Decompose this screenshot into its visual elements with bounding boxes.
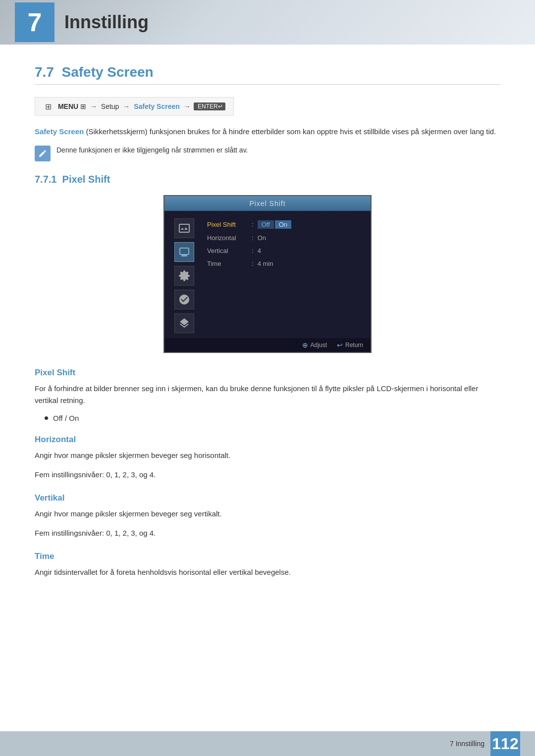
horizontal-line1: Angir hvor mange piksler skjermen bevege… <box>35 450 500 461</box>
note-icon <box>35 146 51 161</box>
sidebar-icon-settings[interactable] <box>174 266 194 286</box>
time-description: Angir tidsintervallet for å foreta henho… <box>35 566 500 578</box>
intro-paragraph: Safety Screen (Sikkerhetsskjerm) funksjo… <box>35 126 500 138</box>
safety-screen-label: Safety Screen <box>132 102 181 110</box>
note-box: Denne funksjonen er ikke tilgjengelig nå… <box>35 145 500 161</box>
grid-icon: ⊞ <box>78 102 88 110</box>
adjust-label: Adjust <box>311 342 327 349</box>
return-label: Return <box>345 342 363 349</box>
osd-return-button[interactable]: ↩ Return <box>337 341 363 349</box>
vertical-title: Vertikal <box>35 493 500 503</box>
osd-footer: ⊕ Adjust ↩ Return <box>164 338 371 352</box>
vertical-line2: Fem instillingsnivåer: 0, 1, 2, 3, og 4. <box>35 527 500 539</box>
note-text: Denne funksjonen er ikke tilgjengelig nå… <box>56 145 248 155</box>
arrow2: → <box>123 102 130 110</box>
horizontal-title: Horizontal <box>35 435 500 445</box>
sidebar-icon-monitor[interactable] <box>174 242 194 262</box>
osd-item-horizontal[interactable]: Horizontal : On <box>204 232 361 244</box>
pixel-shift-description: Pixel Shift For å forhindre at bilder br… <box>35 368 500 422</box>
osd-container: Pixel Shift <box>163 195 372 353</box>
osd-body: Pixel Shift : Off On Horizontal : On Ver… <box>164 211 371 338</box>
pixel-shift-title: Pixel Shift <box>35 368 500 378</box>
osd-adjust-button[interactable]: ⊕ Adjust <box>302 341 327 349</box>
enter-label: ENTER↵ <box>194 102 225 110</box>
sidebar-icon-picture[interactable] <box>174 218 194 238</box>
osd-item-pixel-shift[interactable]: Pixel Shift : Off On <box>204 218 361 231</box>
sidebar-icon-layers[interactable] <box>174 313 194 333</box>
section-heading: 7.7 Safety Screen <box>35 64 500 85</box>
return-icon: ↩ <box>337 341 343 349</box>
pixel-shift-bullet-text: Off / On <box>53 414 79 422</box>
pencil-icon <box>38 149 47 158</box>
vertical-section: Vertikal Angir hvor mange piksler skjerm… <box>35 493 500 539</box>
pixel-shift-off-value: Off <box>258 220 274 229</box>
osd-item-vertical[interactable]: Vertical : 4 <box>204 245 361 256</box>
chapter-title: Innstilling <box>64 12 149 33</box>
page-footer: 7 Innstilling 112 <box>0 731 535 756</box>
time-title: Time <box>35 552 500 561</box>
arrow3: → <box>184 102 191 110</box>
setup-label: Setup <box>99 102 121 110</box>
osd-title-bar: Pixel Shift <box>164 196 371 211</box>
pixel-shift-body: For å forhindre at bilder brenner seg in… <box>35 383 500 406</box>
time-section: Time Angir tidsintervallet for å foreta … <box>35 552 500 578</box>
sidebar-icon-advanced[interactable] <box>174 290 194 309</box>
adjust-icon: ⊕ <box>302 341 308 349</box>
pixel-shift-bullet: Off / On <box>45 414 500 422</box>
menu-label: MENU <box>56 102 78 110</box>
horizontal-section: Horizontal Angir hvor mange piksler skje… <box>35 435 500 481</box>
chapter-number: 7 <box>15 2 54 42</box>
chapter-header: 7 Innstilling <box>0 0 535 45</box>
vertical-line1: Angir hvor mange piksler skjermen bevege… <box>35 508 500 520</box>
osd-main-menu: Pixel Shift : Off On Horizontal : On Ver… <box>199 216 366 333</box>
main-content: 7.7 Safety Screen ⊞ MENU ⊞ → Setup → Saf… <box>0 64 535 630</box>
osd-item-time[interactable]: Time : 4 min <box>204 258 361 269</box>
subsection-heading: 7.7.1 Pixel Shift <box>35 174 500 185</box>
horizontal-line2: Fem instillingsnivåer: 0, 1, 2, 3, og 4. <box>35 469 500 481</box>
arrow1: → <box>90 102 97 110</box>
bullet-dot <box>45 416 48 420</box>
osd-sidebar <box>169 216 199 333</box>
page-number: 112 <box>490 731 520 756</box>
menu-icon: ⊞ <box>43 101 53 111</box>
pixel-shift-on-value: On <box>275 220 291 229</box>
footer-section-label: 7 Innstilling <box>450 740 484 748</box>
menu-path: ⊞ MENU ⊞ → Setup → Safety Screen → ENTER… <box>35 97 234 116</box>
